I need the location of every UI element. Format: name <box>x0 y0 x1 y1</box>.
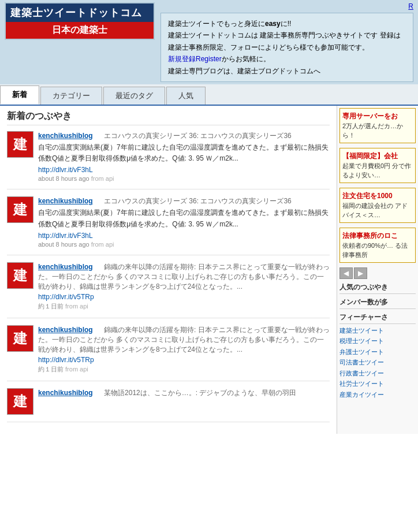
tweet-text: 自宅の温度実測結果(夏）7年前に建設した自宅の温湿度調査を進めてきた。まず最初に… <box>38 142 330 164</box>
sidebar-ad-title-3: 注文住宅を1000 <box>342 191 413 201</box>
info-line-1: 建築士ツイートでもっと身近にeasyに!! <box>168 18 406 29</box>
sidebar-ad-title-4: 法律事務所のロこ <box>342 230 413 241</box>
logo-bottom: 日本の建築士 <box>6 22 154 39</box>
tweet-link[interactable]: http://dlvr.it/v5TRp <box>38 293 330 301</box>
logo-block: 建築士ツイートドットコム 日本の建築士 <box>5 2 155 40</box>
tweet-username[interactable]: kenchikushiblog <box>38 132 93 140</box>
tweet-username[interactable]: kenchikushiblog <box>38 197 93 205</box>
tweet-username[interactable]: kenchikushiblog <box>38 389 93 397</box>
info-box: 建築士ツイートでもっと身近にeasyに!! 建築士ツイートドットコムは 建築士事… <box>161 13 413 82</box>
logo-top: 建築士ツイートドットコム <box>6 3 154 22</box>
tweet-item: 建 kenchikushiblog エコハウスの真実シリーズ 36: エコハウス… <box>7 131 330 189</box>
tab-category[interactable]: カテゴリー <box>40 87 102 105</box>
tweet-body: kenchikushiblog エコハウスの真実シリーズ 36: エコハウスの真… <box>38 131 330 182</box>
main-layout: 新着のつぶやき 建 kenchikushiblog エコハウスの真実シリーズ 3… <box>0 106 418 434</box>
sidebar-ad-1[interactable]: 専用サーバーをお 2万人が選んだカ…から！ <box>339 108 416 143</box>
sidebar-ad-2[interactable]: 【福岡限定】会社 起業で月費税0円 分で作るより安い… <box>339 148 416 183</box>
tweet-link[interactable]: http://dlvr.it/vF3hL <box>38 232 330 240</box>
tab-recent-tags[interactable]: 最近のタグ <box>103 87 165 105</box>
tweet-body: kenchikushiblog 某物語2012は、ここから…。: デジャブのよう… <box>38 388 330 399</box>
sidebar: 専用サーバーをお 2万人が選んだカ…から！ 【福岡限定】会社 起業で月費税0円 … <box>337 106 418 434</box>
tweet-time[interactable]: about 8 hours ago <box>38 175 89 182</box>
sidebar-feature-title: フィーチャーさ <box>339 312 416 324</box>
tweet-header: kenchikushiblog エコハウスの真実シリーズ 36: エコハウスの真… <box>38 131 330 141</box>
sidebar-link-shihoshoshi[interactable]: 司法書士ツイー <box>339 358 416 367</box>
sidebar-member-title: メンバー数が多 <box>339 297 416 309</box>
main-content: 新着のつぶやき 建 kenchikushiblog エコハウスの真実シリーズ 3… <box>0 106 337 434</box>
tweet-link[interactable]: http://dlvr.it/vF3hL <box>38 166 330 174</box>
tweet-from: from api <box>91 241 114 248</box>
sidebar-ad-title-1: 専用サーバーをお <box>342 111 413 121</box>
header-top-link[interactable]: R <box>161 2 413 10</box>
sidebar-ad-text-3: 福岡の建設会社の アドバイス＜ス… <box>342 201 413 220</box>
info-line-2: 建築士ツイートドットコムは 建築士事務所専門つぶやきサイトです 登録は建築士事務… <box>168 29 406 53</box>
tweet-meta: about 8 hours ago from api <box>38 241 330 248</box>
avatar: 建 <box>7 196 33 223</box>
tweet-time[interactable]: 約１日前 <box>38 303 64 310</box>
sidebar-ad-4[interactable]: 法律事務所のロこ 依頼者の90%が… る法律事務所 <box>339 228 416 263</box>
avatar: 建 <box>7 262 33 289</box>
tweet-meta: about 8 hours ago from api <box>38 175 330 182</box>
tweet-item: 建 kenchikushiblog 錦織の来年以降の活躍を期待: 日本テニス界に… <box>7 262 330 318</box>
avatar: 建 <box>7 325 33 352</box>
tweet-username[interactable]: kenchikushiblog <box>38 263 93 271</box>
tweet-from: from api <box>65 366 88 373</box>
tweet-body: kenchikushiblog エコハウスの真実シリーズ 36: エコハウスの真… <box>38 196 330 247</box>
tweet-body: kenchikushiblog 錦織の来年以降の活躍を期待: 日本テニス界にとっ… <box>38 262 330 311</box>
sidebar-link-sharoshi[interactable]: 社労士ツイート <box>339 379 416 389</box>
tab-new[interactable]: 新着 <box>0 85 39 105</box>
sidebar-link-sangyokai[interactable]: 産業カイツイー <box>339 390 416 400</box>
sidebar-next-arrow[interactable]: ▶ <box>354 267 367 279</box>
sidebar-link-gyoseishoshi[interactable]: 行政書士ツイー <box>339 369 416 378</box>
tweet-header: kenchikushiblog エコハウスの真実シリーズ 36: エコハウスの真… <box>38 196 330 206</box>
tweet-series: エコハウスの真実シリーズ 36: エコハウスの真実シリーズ36 <box>97 197 292 205</box>
tweet-username[interactable]: kenchikushiblog <box>38 326 93 334</box>
tweet-text: 自宅の温度実測結果(夏）7年前に建設した自宅の温湿度調査を進めてきた。まず最初に… <box>38 207 330 229</box>
avatar: 建 <box>7 131 33 158</box>
tab-popular[interactable]: 人気 <box>166 87 206 105</box>
sidebar-ad-text-1: 2万人が選んだカ…から！ <box>342 121 413 140</box>
tweet-meta: 約１日前 from api <box>38 365 330 374</box>
tweet-from: from api <box>65 303 88 310</box>
sidebar-link-zeirishi[interactable]: 税理士ツイート <box>339 336 416 346</box>
tweet-header: kenchikushiblog 錦織の来年以降の活躍を期待: 日本テニス界にとっ… <box>38 262 330 292</box>
header-right: R 建築士ツイートでもっと身近にeasyに!! 建築士ツイートドットコムは 建築… <box>161 2 413 82</box>
sidebar-nav-arrows: ◀ ▶ <box>339 267 416 279</box>
tweet-meta: 約１日前 from api <box>38 302 330 311</box>
info-blog-line: 建築士専門ブログは、建築士ブログドットコムへ <box>168 65 406 77</box>
tweet-item: 建 kenchikushiblog 某物語2012は、ここから…。: デジャブの… <box>7 388 330 422</box>
tweet-series: エコハウスの真実シリーズ 36: エコハウスの真実シリーズ36 <box>97 132 292 140</box>
tweet-time[interactable]: about 8 hours ago <box>38 241 89 248</box>
register-link[interactable]: 新規登録Register <box>168 55 222 63</box>
tweet-body: kenchikushiblog 錦織の来年以降の活躍を期待: 日本テニス界にとっ… <box>38 325 330 374</box>
tweet-series: 某物語2012は、ここから…。: デジャブのような、早朝の羽田 <box>97 389 296 397</box>
sidebar-link-bengoshi[interactable]: 弁護士ツイート <box>339 347 416 357</box>
tweet-header: kenchikushiblog 某物語2012は、ここから…。: デジャブのよう… <box>38 388 330 398</box>
sidebar-ad-title-2: 【福岡限定】会社 <box>342 151 413 161</box>
nav-tabs: 新着 カテゴリー 最近のタグ 人気 <box>0 84 418 106</box>
page-title: 新着のつぶやき <box>7 110 330 125</box>
tweet-from: from api <box>91 175 114 182</box>
sidebar-popular-title: 人気のつぶやき <box>339 282 416 294</box>
sidebar-ad-3[interactable]: 注文住宅を1000 福岡の建設会社の アドバイス＜ス… <box>339 188 416 223</box>
sidebar-prev-arrow[interactable]: ◀ <box>339 267 353 279</box>
sidebar-ad-text-2: 起業で月費税0円 分で作るより安い… <box>342 161 413 180</box>
sidebar-ad-text-4: 依頼者の90%が… る法律事務所 <box>342 241 413 260</box>
tweet-item: 建 kenchikushiblog エコハウスの真実シリーズ 36: エコハウス… <box>7 196 330 255</box>
header: 建築士ツイートドットコム 日本の建築士 R 建築士ツイートでもっと身近にeasy… <box>0 0 418 84</box>
avatar: 建 <box>7 388 33 415</box>
tweet-time[interactable]: 約１日前 <box>38 366 64 373</box>
tweet-item: 建 kenchikushiblog 錦織の来年以降の活躍を期待: 日本テニス界に… <box>7 325 330 381</box>
info-register-line: 新規登録Registerからお気軽に。 <box>168 53 406 65</box>
tweet-header: kenchikushiblog 錦織の来年以降の活躍を期待: 日本テニス界にとっ… <box>38 325 330 355</box>
tweet-link[interactable]: http://dlvr.it/v5TRp <box>38 356 330 364</box>
sidebar-link-kenchiku[interactable]: 建築士ツイート <box>339 326 416 336</box>
